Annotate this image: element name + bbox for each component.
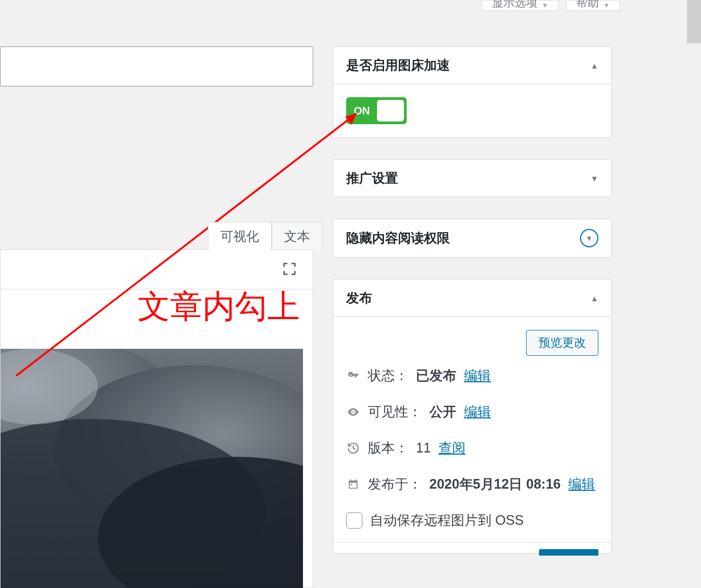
status-label: 状态：	[368, 367, 408, 384]
fullscreen-icon[interactable]	[281, 261, 298, 277]
panel-publish: 发布 ▲ 预览更改 状态： 已发布 编辑 可见性： 公开 编辑 版本	[333, 279, 612, 553]
edit-status-link[interactable]: 编辑	[464, 367, 491, 384]
chevron-up-icon: ▲	[590, 294, 598, 303]
toggle-handle	[377, 100, 404, 121]
panel-header-image-acceleration[interactable]: 是否启用图床加速 ▲	[333, 47, 611, 84]
scrollbar-thumb[interactable]	[687, 0, 701, 43]
chevron-down-icon: ▼	[603, 2, 610, 9]
publish-actions-bar	[333, 542, 611, 553]
editor-tab-text[interactable]: 文本	[272, 222, 322, 251]
chevron-down-circle-icon: ▼	[580, 229, 598, 247]
panel-title: 推广设置	[346, 170, 398, 187]
panel-promotion-settings: 推广设置 ▼	[333, 159, 612, 197]
help-label: 帮助	[576, 0, 599, 10]
chevron-up-icon: ▲	[590, 61, 598, 70]
editor-content-area[interactable]	[0, 289, 313, 588]
panel-hidden-content-permission: 隐藏内容阅读权限 ▼	[333, 219, 612, 258]
content-image	[1, 349, 303, 588]
screen-options-label: 显示选项	[492, 0, 537, 10]
preview-changes-button[interactable]: 预览更改	[526, 330, 598, 356]
published-on-value: 2020年5月12日 08:16	[429, 475, 561, 493]
visibility-value: 公开	[429, 403, 456, 421]
panel-title: 隐藏内容阅读权限	[346, 229, 450, 247]
calendar-icon	[346, 478, 360, 490]
editor-toolbar	[0, 249, 313, 289]
visibility-label: 可见性：	[368, 403, 422, 421]
image-acceleration-toggle[interactable]: ON	[346, 97, 407, 124]
eye-icon	[346, 405, 360, 418]
chevron-down-icon: ▼	[590, 174, 598, 183]
panel-image-acceleration: 是否启用图床加速 ▲ ON	[333, 46, 612, 138]
post-title-input[interactable]	[0, 46, 313, 86]
history-icon	[346, 442, 360, 455]
revisions-label: 版本：	[368, 439, 408, 457]
status-value: 已发布	[416, 367, 456, 384]
editor-tab-visual[interactable]: 可视化	[208, 222, 272, 251]
autosave-remote-label: 自动保存远程图片到 OSS	[370, 511, 524, 529]
panel-header-promotion[interactable]: 推广设置 ▼	[333, 160, 611, 197]
publish-revisions-row: 版本： 11 查阅	[333, 439, 611, 475]
edit-publish-date-link[interactable]: 编辑	[568, 475, 595, 493]
published-on-label: 发布于：	[368, 475, 422, 493]
revisions-value: 11	[416, 440, 431, 456]
toggle-on-label: ON	[354, 105, 370, 117]
panel-title: 发布	[346, 289, 372, 307]
edit-visibility-link[interactable]: 编辑	[464, 403, 491, 421]
help-button[interactable]: 帮助 ▼	[566, 0, 620, 11]
view-revisions-link[interactable]: 查阅	[439, 439, 466, 457]
autosave-remote-checkbox[interactable]	[346, 512, 362, 529]
chevron-down-icon: ▼	[542, 2, 548, 9]
annotation-text: 文章内勾上	[138, 285, 300, 329]
panel-header-hidden-perm[interactable]: 隐藏内容阅读权限 ▼	[333, 219, 611, 257]
screen-options-button[interactable]: 显示选项 ▼	[482, 0, 558, 11]
panel-title: 是否启用图床加速	[346, 57, 450, 74]
key-icon	[346, 370, 360, 382]
publish-date-row: 发布于： 2020年5月12日 08:16 编辑	[333, 475, 611, 511]
panel-header-publish[interactable]: 发布 ▲	[333, 280, 611, 317]
publish-visibility-row: 可见性： 公开 编辑	[333, 403, 611, 439]
publish-status-row: 状态： 已发布 编辑	[333, 367, 611, 403]
autosave-remote-row: 自动保存远程图片到 OSS	[333, 511, 611, 542]
update-button[interactable]	[539, 549, 598, 556]
